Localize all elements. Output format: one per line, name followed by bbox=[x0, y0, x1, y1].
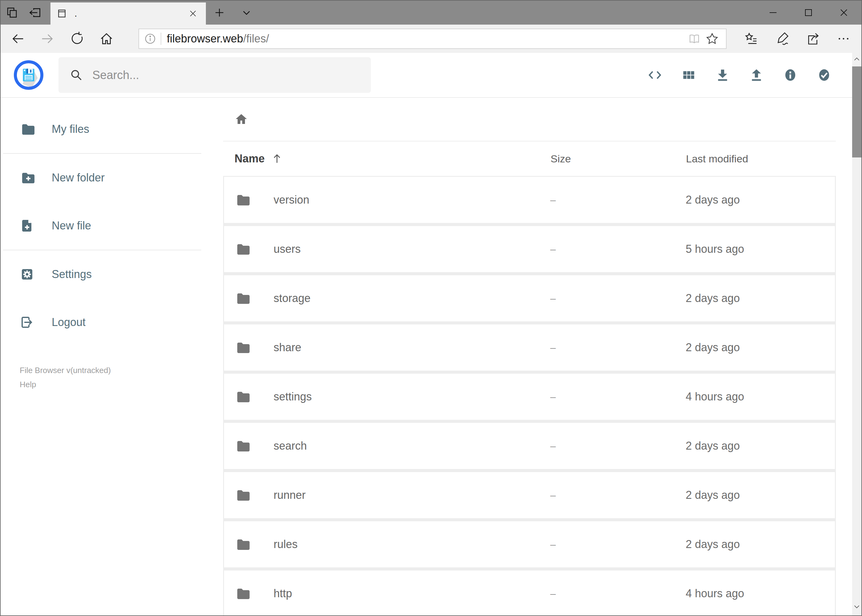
file-name: search bbox=[274, 440, 307, 453]
upload-button[interactable] bbox=[739, 58, 773, 92]
home-button[interactable] bbox=[92, 25, 121, 53]
url-separator bbox=[161, 33, 161, 45]
file-size: – bbox=[550, 293, 686, 304]
folder-icon bbox=[235, 438, 250, 453]
file-modified: 2 days ago bbox=[686, 341, 824, 354]
site-info-icon[interactable] bbox=[144, 33, 156, 45]
page-scrollbar[interactable] bbox=[852, 53, 861, 615]
file-rows: version – 2 days ago users – 5 hours ago… bbox=[223, 176, 836, 615]
logout-icon bbox=[20, 315, 35, 330]
file-modified: 2 days ago bbox=[686, 440, 824, 453]
file-row[interactable]: rules – 2 days ago bbox=[224, 521, 835, 567]
tab-list-dropdown-button[interactable] bbox=[233, 1, 260, 25]
file-name: version bbox=[274, 193, 309, 206]
file-modified: 4 hours ago bbox=[686, 587, 824, 600]
sidebar-item-settings[interactable]: Settings bbox=[1, 250, 204, 298]
maximize-button[interactable] bbox=[791, 1, 826, 25]
sort-ascending-icon bbox=[271, 152, 283, 165]
file-size: – bbox=[550, 342, 686, 354]
set-tabs-aside-button[interactable] bbox=[24, 1, 46, 25]
hub-button[interactable] bbox=[736, 25, 767, 53]
listing-header: Name Size Last modified bbox=[223, 141, 836, 176]
file-name: storage bbox=[274, 292, 310, 305]
sidebar-item-label: New file bbox=[52, 219, 91, 232]
file-modified: 2 days ago bbox=[686, 489, 824, 501]
folder-icon bbox=[235, 586, 250, 601]
download-button[interactable] bbox=[706, 58, 739, 92]
sidebar-item-new-folder[interactable]: New folder bbox=[1, 154, 204, 202]
grid-view-button[interactable] bbox=[672, 58, 706, 92]
file-modified: 2 days ago bbox=[686, 292, 824, 305]
file-row[interactable]: storage – 2 days ago bbox=[224, 275, 835, 321]
annotate-pen-button[interactable] bbox=[767, 25, 797, 53]
sidebar-item-new-file[interactable]: New file bbox=[1, 202, 204, 250]
header-actions bbox=[638, 58, 841, 92]
scroll-up-arrow[interactable] bbox=[852, 53, 861, 66]
folder-icon bbox=[235, 537, 250, 552]
info-button[interactable] bbox=[773, 58, 807, 92]
filebrowser-logo bbox=[14, 60, 44, 90]
navigation-toolbar: filebrowser.web/files/ bbox=[1, 25, 861, 53]
settings-more-button[interactable] bbox=[828, 25, 859, 53]
sidebar-item-label: New folder bbox=[52, 171, 105, 184]
folder-icon bbox=[20, 122, 35, 137]
browser-window: . bbox=[0, 0, 862, 616]
file-name: rules bbox=[274, 538, 298, 551]
sidebar-item-label: My files bbox=[52, 123, 89, 136]
info-icon bbox=[783, 68, 798, 83]
close-window-button[interactable] bbox=[826, 1, 861, 25]
sidebar-item-label: Logout bbox=[52, 316, 85, 329]
scroll-down-arrow[interactable] bbox=[852, 600, 861, 613]
file-size: – bbox=[550, 391, 686, 402]
file-size: – bbox=[550, 194, 686, 206]
new-tab-button[interactable] bbox=[206, 1, 233, 25]
sidebar: My files New folder bbox=[1, 98, 204, 615]
titlebar: . bbox=[1, 1, 861, 25]
minimize-button[interactable] bbox=[755, 1, 791, 25]
file-row[interactable]: runner – 2 days ago bbox=[224, 472, 835, 518]
select-all-button[interactable] bbox=[807, 58, 841, 92]
help-link[interactable]: Help bbox=[20, 378, 204, 392]
forward-button[interactable] bbox=[33, 25, 62, 53]
search-bar[interactable] bbox=[58, 57, 371, 93]
refresh-button[interactable] bbox=[62, 25, 92, 53]
file-row[interactable]: users – 5 hours ago bbox=[224, 226, 835, 272]
sidebar-item-logout[interactable]: Logout bbox=[1, 298, 204, 346]
favorite-star-button[interactable] bbox=[703, 32, 721, 45]
scrollbar-thumb[interactable] bbox=[852, 66, 861, 157]
select-all-icon bbox=[816, 68, 832, 83]
column-header-name[interactable]: Name bbox=[235, 152, 550, 165]
file-row[interactable]: http – 4 hours ago bbox=[224, 570, 835, 615]
sidebar-item-my-files[interactable]: My files bbox=[1, 105, 204, 153]
set-tabs-aside-icon bbox=[28, 6, 41, 19]
code-icon bbox=[647, 68, 663, 83]
tabs-preview-icon bbox=[6, 6, 19, 19]
folder-icon bbox=[235, 291, 250, 306]
back-button[interactable] bbox=[3, 25, 33, 53]
browser-tab[interactable]: . bbox=[50, 2, 206, 25]
column-header-size[interactable]: Size bbox=[550, 153, 686, 165]
search-input[interactable] bbox=[92, 69, 360, 82]
new-file-icon bbox=[20, 218, 35, 233]
tab-close-button[interactable] bbox=[186, 7, 200, 20]
download-icon bbox=[715, 68, 730, 83]
file-row[interactable]: version – 2 days ago bbox=[224, 177, 835, 223]
file-size: – bbox=[550, 490, 686, 501]
raw-code-button[interactable] bbox=[638, 58, 672, 92]
reading-view-button[interactable] bbox=[686, 32, 703, 45]
file-modified: 2 days ago bbox=[686, 538, 824, 551]
url-bar[interactable]: filebrowser.web/files/ bbox=[139, 28, 726, 49]
file-row[interactable]: search – 2 days ago bbox=[224, 423, 835, 469]
home-breadcrumb-icon[interactable] bbox=[234, 112, 249, 127]
url-text[interactable]: filebrowser.web/files/ bbox=[167, 32, 686, 45]
file-row[interactable]: settings – 4 hours ago bbox=[224, 374, 835, 420]
column-header-modified[interactable]: Last modified bbox=[686, 153, 824, 165]
file-row[interactable]: share – 2 days ago bbox=[224, 324, 835, 371]
file-modified: 5 hours ago bbox=[686, 243, 824, 256]
page-icon bbox=[57, 8, 67, 19]
folder-icon bbox=[235, 488, 250, 503]
settings-icon bbox=[20, 267, 35, 282]
share-button[interactable] bbox=[797, 25, 828, 53]
tab-preview-button[interactable] bbox=[1, 1, 24, 25]
file-size: – bbox=[550, 244, 686, 255]
